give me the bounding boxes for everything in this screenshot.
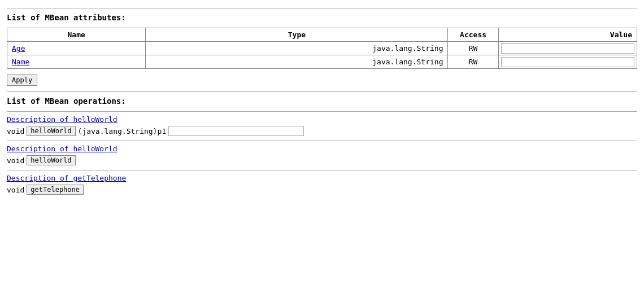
- operation-row: voidhelloWorld: [7, 155, 637, 165]
- attr-value-input[interactable]: [501, 43, 634, 54]
- operations-title: List of MBean operations:: [7, 97, 637, 106]
- attr-access-cell: RW: [448, 55, 498, 69]
- op-return-type: void: [7, 127, 24, 135]
- attr-name-link[interactable]: Age: [12, 44, 25, 52]
- operation-desc-link[interactable]: Description of helloWorld: [7, 144, 637, 153]
- operation-row: voidgetTelephone: [7, 185, 637, 195]
- attr-name-cell: Age: [7, 42, 146, 55]
- col-header-type: Type: [146, 28, 448, 42]
- operation-block: Description of helloWorldvoidhelloWorld: [7, 141, 637, 165]
- attributes-table: Name Type Access Value Agejava.lang.Stri…: [7, 28, 637, 69]
- top-divider: [7, 8, 637, 8]
- page-container: List of MBean attributes: Name Type Acce…: [0, 0, 644, 202]
- table-row: Agejava.lang.StringRW: [7, 42, 637, 55]
- attr-type-cell: java.lang.String: [146, 55, 448, 69]
- attributes-title: List of MBean attributes:: [7, 13, 637, 22]
- col-header-value: Value: [498, 28, 637, 42]
- op-invoke-button[interactable]: helloWorld: [27, 126, 75, 136]
- col-header-name: Name: [7, 28, 146, 42]
- apply-button[interactable]: Apply: [7, 75, 37, 86]
- table-header-row: Name Type Access Value: [7, 28, 637, 42]
- operation-row: voidhelloWorld(java.lang.String)p1: [7, 126, 637, 136]
- operation-desc-link[interactable]: Description of getTelephone: [7, 174, 637, 182]
- attributes-section: List of MBean attributes: Name Type Acce…: [7, 13, 637, 86]
- operations-container: Description of helloWorldvoidhelloWorld(…: [7, 111, 637, 195]
- attr-type-cell: java.lang.String: [146, 42, 448, 55]
- mid-divider: [7, 91, 637, 92]
- operation-desc-link[interactable]: Description of helloWorld: [7, 115, 637, 124]
- operation-block: Description of getTelephonevoidgetTeleph…: [7, 170, 637, 195]
- op-param-label: (java.lang.String)p1: [78, 127, 167, 135]
- attr-value-cell: [498, 55, 637, 69]
- attr-name-cell: Name: [7, 55, 146, 69]
- attr-value-cell: [498, 42, 637, 55]
- table-row: Namejava.lang.StringRW: [7, 55, 637, 69]
- attr-name-link[interactable]: Name: [12, 58, 29, 66]
- attr-access-cell: RW: [448, 42, 498, 55]
- op-param-input[interactable]: [168, 126, 304, 136]
- op-invoke-button[interactable]: helloWorld: [27, 155, 75, 165]
- op-return-type: void: [7, 186, 24, 194]
- op-invoke-button[interactable]: getTelephone: [27, 185, 84, 195]
- operations-section: List of MBean operations: Description of…: [7, 97, 637, 195]
- operation-block: Description of helloWorldvoidhelloWorld(…: [7, 112, 637, 136]
- op-return-type: void: [7, 156, 24, 165]
- attr-value-input[interactable]: [501, 57, 634, 67]
- apply-button-container: Apply: [7, 75, 637, 86]
- col-header-access: Access: [448, 28, 498, 42]
